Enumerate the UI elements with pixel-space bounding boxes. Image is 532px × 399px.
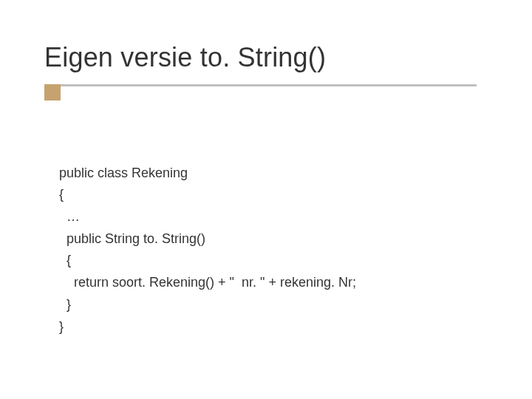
slide: Eigen versie to. String() public class R… <box>0 0 532 399</box>
code-line: { <box>59 187 64 202</box>
code-block: public class Rekening { … public String … <box>59 140 356 360</box>
title-block: Eigen versie to. String() <box>44 43 326 72</box>
title-underline <box>44 84 477 86</box>
code-line: } <box>59 297 71 312</box>
code-line: { <box>59 253 71 267</box>
code-line: … <box>59 209 80 224</box>
code-line: } <box>59 319 64 334</box>
slide-title: Eigen versie to. String() <box>44 43 326 72</box>
accent-square-icon <box>44 84 61 100</box>
code-line: public class Rekening <box>59 166 188 180</box>
code-line: public String to. String() <box>59 231 205 246</box>
code-line: return soort. Rekening() + " nr. " + rek… <box>59 275 356 290</box>
